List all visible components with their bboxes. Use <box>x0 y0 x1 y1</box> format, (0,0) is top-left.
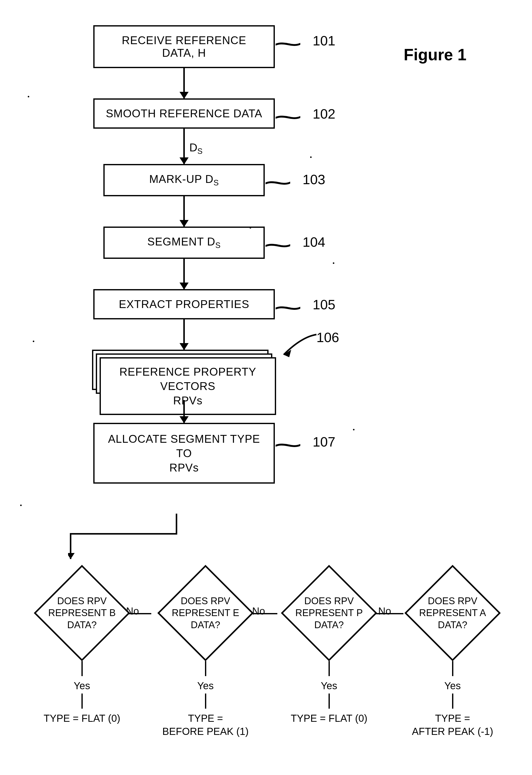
arrow-down <box>183 129 185 164</box>
type-flat-0-p: TYPE = FLAT (0) <box>291 712 367 725</box>
step-103-num: 103 <box>303 171 325 187</box>
v-connector <box>452 661 453 676</box>
speckle <box>353 429 354 431</box>
arrow-down <box>183 68 185 98</box>
step-105-box: EXTRACT PROPERTIES <box>93 289 275 319</box>
v-connector <box>452 694 453 709</box>
step-102-num: 102 <box>313 106 335 122</box>
connector-tilde: ~ <box>273 37 303 51</box>
decision-row: DOES RPV REPRESENT B DATA? Yes TYPE = FL… <box>23 565 512 738</box>
v-connector <box>81 661 83 676</box>
elbow-connector <box>68 514 194 569</box>
connector-tilde: ~ <box>263 176 292 189</box>
flow-column: RECEIVE REFERENCE DATA, H ~ 101 SMOOTH R… <box>83 25 285 484</box>
step-104-num: 104 <box>303 234 325 250</box>
decision-e: DOES RPV REPRESENT E DATA? Yes TYPE = BE… <box>146 565 265 738</box>
speckle <box>28 96 29 97</box>
step-105-num: 105 <box>313 297 335 312</box>
v-connector <box>329 661 330 676</box>
yes-label: Yes <box>197 680 214 692</box>
decision-e-text: DOES RPV REPRESENT E DATA? <box>158 565 253 661</box>
step-107-box: ALLOCATE SEGMENT TYPE TO RPVs <box>93 423 275 484</box>
arrow-down <box>183 259 185 289</box>
speckle <box>250 227 251 228</box>
speckle <box>310 156 312 158</box>
step-106-num: 106 <box>316 329 339 345</box>
v-connector <box>329 694 330 709</box>
figure-title: Figure 1 <box>404 45 466 64</box>
step-104-box: SEGMENT DS <box>103 226 265 259</box>
step-101-box: RECEIVE REFERENCE DATA, H <box>93 25 275 68</box>
decision-p-text: DOES RPV REPRESENT P DATA? <box>281 565 377 661</box>
decision-a: DOES RPV REPRESENT A DATA? Yes TYPE = AF… <box>393 565 512 738</box>
v-connector <box>81 694 83 709</box>
arrow-down <box>183 319 185 350</box>
decision-b: DOES RPV REPRESENT B DATA? Yes TYPE = FL… <box>23 565 141 738</box>
v-connector <box>205 661 206 676</box>
connector-tilde: ~ <box>273 110 303 124</box>
yes-label: Yes <box>444 680 461 692</box>
type-before-peak: TYPE = BEFORE PEAK (1) <box>162 712 249 738</box>
speckle <box>33 340 34 342</box>
type-after-peak: TYPE = AFTER PEAK (-1) <box>412 712 493 738</box>
step-107-num: 107 <box>313 434 335 450</box>
v-connector <box>205 694 206 709</box>
step-102-box: SMOOTH REFERENCE DATA <box>93 98 275 129</box>
ds-label: DS <box>189 141 202 156</box>
yes-label: Yes <box>321 680 337 692</box>
yes-label: Yes <box>74 680 90 692</box>
connector-tilde: ~ <box>273 438 303 452</box>
rpv-stack: REFERENCE PROPERTY VECTORS RPVs 106 <box>92 350 276 400</box>
decision-a-text: DOES RPV REPRESENT A DATA? <box>405 565 500 661</box>
step-106-box: REFERENCE PROPERTY VECTORS RPVs <box>100 357 276 415</box>
step-101-num: 101 <box>313 33 335 48</box>
step-103-box: MARK-UP DS <box>103 164 265 196</box>
arrow-down <box>183 400 185 423</box>
connector-tilde: ~ <box>263 238 292 252</box>
speckle <box>333 262 334 264</box>
connector-tilde: ~ <box>273 301 303 314</box>
type-flat-0: TYPE = FLAT (0) <box>44 712 120 725</box>
arrow-down <box>183 196 185 226</box>
speckle <box>20 505 22 506</box>
decision-p: DOES RPV REPRESENT P DATA? Yes TYPE = FL… <box>270 565 388 738</box>
decision-b-text: DOES RPV REPRESENT B DATA? <box>34 565 130 661</box>
